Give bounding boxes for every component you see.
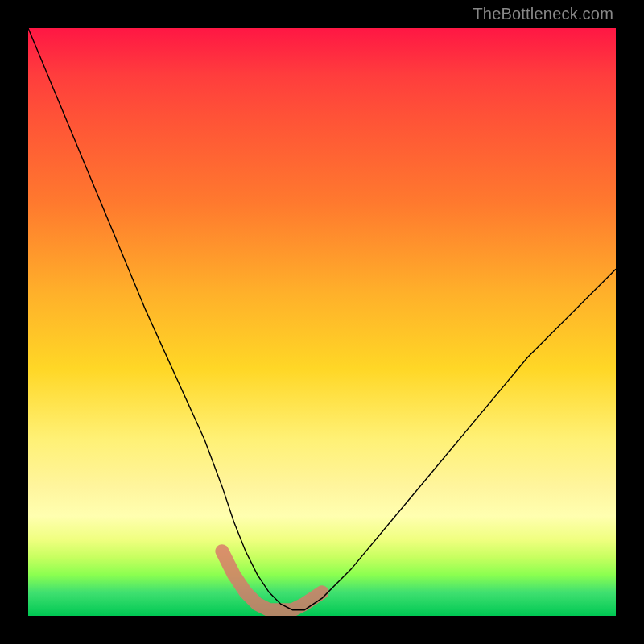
chart-svg — [28, 28, 616, 616]
chart-plot-area — [28, 28, 616, 616]
bottleneck-curve — [28, 28, 616, 610]
optimal-band-marker — [222, 551, 322, 610]
watermark: TheBottleneck.com — [473, 5, 613, 23]
chart-frame: TheBottleneck.com — [0, 0, 644, 644]
